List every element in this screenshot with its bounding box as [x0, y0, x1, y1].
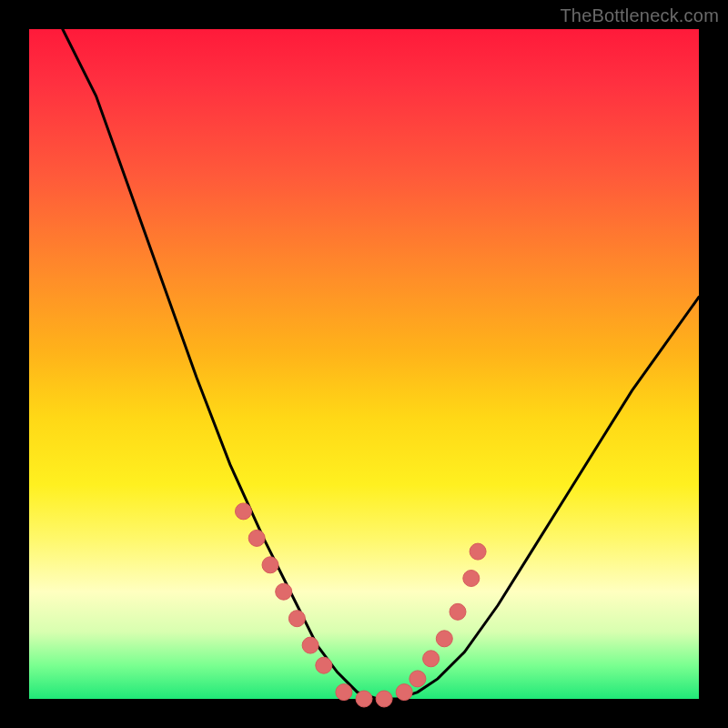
- highlight-dot: [316, 657, 332, 673]
- bottleneck-curve-svg: [29, 29, 699, 699]
- highlight-dot: [450, 603, 466, 620]
- highlight-dot: [236, 503, 252, 520]
- highlight-dot: [262, 557, 278, 573]
- highlight-dot: [276, 583, 292, 600]
- highlight-dot: [423, 651, 440, 667]
- highlight-dot: [470, 543, 486, 560]
- highlight-dot: [336, 684, 352, 701]
- highlight-dot: [410, 671, 426, 687]
- bottleneck-curve: [63, 29, 699, 699]
- highlight-dot: [376, 691, 392, 707]
- highlight-dot: [396, 684, 412, 701]
- highlight-dot: [463, 571, 480, 587]
- highlight-dot: [436, 631, 452, 647]
- plot-area: [29, 29, 699, 699]
- chart-frame: TheBottleneck.com: [0, 0, 728, 728]
- watermark-text: TheBottleneck.com: [560, 5, 719, 26]
- highlight-dot: [288, 611, 305, 627]
- highlight-dot: [248, 530, 265, 546]
- highlight-dot: [302, 637, 318, 653]
- highlight-dots: [236, 503, 487, 707]
- highlight-dot: [356, 691, 372, 707]
